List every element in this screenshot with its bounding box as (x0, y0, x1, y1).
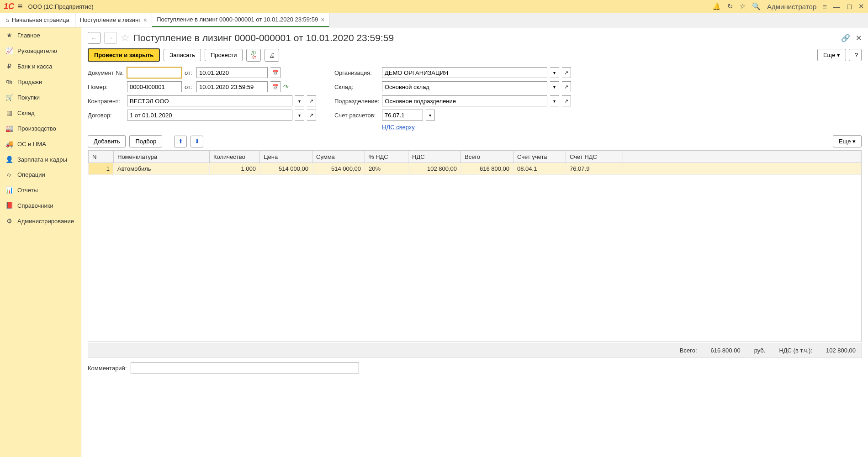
cell-vatpct[interactable]: 20% (365, 163, 408, 175)
open-button[interactable]: ↗ (307, 110, 316, 121)
calendar-button[interactable]: 📅 (270, 67, 281, 78)
dropdown-button[interactable]: ▾ (295, 95, 304, 106)
open-button[interactable]: ↗ (562, 95, 571, 106)
account-input[interactable] (382, 110, 423, 121)
dropdown-button[interactable]: ▾ (295, 110, 304, 121)
totals-bar: Всего: 616 800,00 руб. НДС (в т.ч.): 102… (88, 343, 862, 358)
cell-vat[interactable]: 102 800,00 (408, 163, 461, 175)
th-sum[interactable]: Сумма (312, 151, 365, 163)
vat-link[interactable]: НДС сверху (382, 124, 415, 131)
bell-icon[interactable]: 🔔 (712, 2, 721, 11)
th-qty[interactable]: Количество (210, 151, 260, 163)
close-icon[interactable]: ✕ (858, 2, 864, 11)
cell-qty[interactable]: 1,000 (210, 163, 260, 175)
maximize-icon[interactable]: ◻ (847, 2, 852, 11)
add-button[interactable]: Добавить (88, 135, 126, 147)
table-row[interactable]: 1 Автомобиль 1,000 514 000,00 514 000,00… (89, 163, 861, 175)
counterparty-input[interactable] (127, 95, 292, 106)
titlebar-icons: 🔔 ↻ ☆ 🔍 Администратор ≡ — ◻ ✕ (712, 2, 864, 11)
hamburger-icon[interactable]: ≡ (18, 2, 23, 11)
move-up-button[interactable]: ⬆ (174, 136, 187, 147)
user-name[interactable]: Администратор (767, 3, 816, 11)
sidebar-item-refs[interactable]: 📕Справочники (0, 198, 81, 213)
sidebar-item-operations[interactable]: ДтОперации (0, 167, 81, 182)
open-button[interactable]: ↗ (562, 81, 571, 92)
cell-acc[interactable]: 08.04.1 (513, 163, 566, 175)
star-icon[interactable]: ☆ (740, 2, 746, 11)
doc-no-input[interactable] (127, 67, 182, 78)
print-button[interactable]: 🖨 (265, 49, 279, 62)
dropdown-button[interactable]: ▾ (550, 81, 559, 92)
tab-close-icon[interactable]: × (321, 16, 324, 23)
back-button[interactable]: ← (88, 32, 101, 44)
sidebar-item-purchases[interactable]: 🛒Покупки (0, 89, 81, 105)
sidebar-item-assets[interactable]: 🚚ОС и НМА (0, 136, 81, 152)
th-n[interactable]: N (89, 151, 114, 163)
sidebar-item-production[interactable]: 🏭Производство (0, 121, 81, 136)
sidebar-item-manager[interactable]: 📈Руководителю (0, 43, 81, 58)
dropdown-button[interactable]: ▾ (550, 95, 559, 106)
sidebar: ★Главное 📈Руководителю ₽Банк и касса 🛍Пр… (0, 27, 81, 457)
pick-button[interactable]: Подбор (129, 135, 162, 147)
tab-home[interactable]: ⌂ Начальная страница (0, 13, 75, 27)
warehouse-label: Склад: (334, 84, 379, 90)
th-total[interactable]: Всего (461, 151, 513, 163)
warehouse-input[interactable] (382, 81, 547, 92)
datetime-input[interactable] (196, 81, 268, 92)
th-vatacc[interactable]: Счет НДС (566, 151, 623, 163)
home-icon: ⌂ (5, 16, 9, 23)
sidebar-item-sales[interactable]: 🛍Продажи (0, 74, 81, 89)
tab-close-icon[interactable]: × (143, 16, 147, 24)
cell-price[interactable]: 514 000,00 (260, 163, 312, 175)
contract-input[interactable] (127, 110, 292, 121)
settings-icon[interactable]: ≡ (823, 3, 827, 11)
dropdown-button[interactable]: ▾ (426, 110, 435, 121)
open-button[interactable]: ↗ (562, 67, 571, 78)
refresh-icon[interactable]: ↷ (283, 83, 289, 90)
cell-vatacc[interactable]: 76.07.9 (566, 163, 623, 175)
sidebar-item-hr[interactable]: 👤Зарплата и кадры (0, 152, 81, 167)
minimize-icon[interactable]: — (833, 3, 840, 11)
cell-sum[interactable]: 514 000,00 (312, 163, 365, 175)
vat-value: 102 800,00 (826, 347, 856, 354)
sidebar-item-bank[interactable]: ₽Банк и касса (0, 58, 81, 74)
tab-label: Поступление в лизинг (80, 16, 141, 23)
post-close-button[interactable]: Провести и закрыть (88, 48, 160, 62)
sidebar-item-admin[interactable]: ⚙Администрирование (0, 213, 81, 229)
dtkt-button[interactable]: ДтКт (246, 49, 261, 62)
save-button[interactable]: Записать (164, 49, 201, 61)
org-input[interactable] (382, 67, 547, 78)
forward-button[interactable]: → (104, 32, 117, 44)
cell-total[interactable]: 616 800,00 (461, 163, 513, 175)
more-button[interactable]: Еще ▾ (817, 49, 846, 61)
sidebar-item-warehouse[interactable]: ▦Склад (0, 105, 81, 121)
tab-leasing-doc[interactable]: Поступление в лизинг 0000-000001 от 10.0… (152, 13, 329, 27)
tab-leasing-list[interactable]: Поступление в лизинг × (75, 13, 153, 27)
number-input[interactable] (127, 81, 182, 92)
dropdown-button[interactable]: ▾ (550, 67, 559, 78)
sidebar-item-main[interactable]: ★Главное (0, 27, 81, 43)
move-down-button[interactable]: ⬇ (191, 136, 203, 147)
division-input[interactable] (382, 95, 547, 106)
favorite-icon[interactable]: ☆ (121, 32, 130, 44)
th-price[interactable]: Цена (260, 151, 312, 163)
help-button[interactable]: ? (849, 49, 862, 61)
search-icon[interactable]: 🔍 (752, 2, 761, 11)
table-more-button[interactable]: Еще ▾ (833, 135, 862, 147)
th-item[interactable]: Номенклатура (114, 151, 210, 163)
comment-input[interactable] (131, 362, 359, 373)
cell-n[interactable]: 1 (89, 163, 114, 175)
post-button[interactable]: Провести (205, 49, 243, 61)
calendar-button-2[interactable]: 📅 (270, 81, 281, 92)
cell-item[interactable]: Автомобиль (114, 163, 210, 175)
th-vat[interactable]: НДС (408, 151, 461, 163)
close-content-icon[interactable]: ✕ (856, 34, 862, 42)
link-icon[interactable]: 🔗 (841, 34, 850, 42)
sidebar-item-reports[interactable]: 📊Отчеты (0, 182, 81, 198)
history-icon[interactable]: ↻ (727, 2, 733, 11)
open-button[interactable]: ↗ (307, 95, 316, 106)
sidebar-label: Продажи (17, 79, 42, 85)
th-vatpct[interactable]: % НДС (365, 151, 408, 163)
th-acc[interactable]: Счет учета (513, 151, 566, 163)
date-input[interactable] (196, 67, 268, 78)
